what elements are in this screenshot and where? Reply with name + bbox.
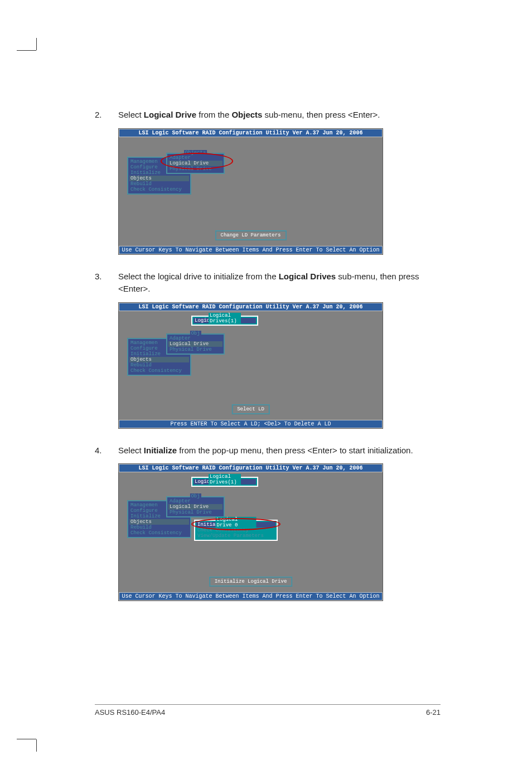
menu-item: Rebuild [129,525,189,530]
step-text: Select Initialize from the pop-up menu, … [118,444,441,457]
screenshot-2: LSI Logic Software RAID Configuration Ut… [118,302,383,429]
bios-body: Logical Drives(1) Logical Drive 0 Manage… [119,472,383,592]
menu-item-objects: Objects [129,176,189,181]
menu-item-logical-drive: Logical Drive [168,341,223,347]
menu-item: Check Consistency [129,368,189,374]
objects-menu: Obj Adapter Logical Drive Physical Drive [166,333,225,355]
menu-title: Logical Drives(1) [209,313,241,324]
bios-footer: Use Cursor Keys To Navigate Between Item… [119,246,383,254]
menu-title: Obj [190,493,201,499]
crop-mark [17,724,45,752]
logical-drives-menu: Logical Drives(1) Logical Drive 0 [191,477,258,487]
step-number: 2. [95,109,118,122]
step-2: 2. Select Logical Drive from the Objects… [95,109,441,122]
bios-body: Logical Drives(1) Logical Drive 0 Manage… [119,311,383,420]
footer-left: ASUS RS160-E4/PA4 [95,708,165,717]
ld0-popup-menu: Logical Drive 0 Initialize Check Consist… [194,520,278,541]
menu-item: Adapter [168,336,223,341]
menu-item: Check Consistency [129,187,189,192]
bios-footer: Use Cursor Keys To Navigate Between Item… [119,592,383,601]
menu-item: Adapter [168,498,223,504]
step-text: Select the logical drive to initialize f… [118,270,441,296]
step-number: 3. [95,270,118,296]
menu-item-logical-drive: Logical Drive [168,504,223,510]
menu-item-objects: Objects [129,357,189,362]
bios-footer: Press ENTER To Select A LD; <Del> To Del… [119,420,383,428]
menu-title: Objects [184,150,207,156]
crop-mark [17,38,45,66]
menu-item: Physical Drive [168,166,223,172]
menu-title: Logical Drive 0 [216,517,257,528]
menu-title: Obj [190,331,201,336]
objects-menu: Objects Adapter Logical Drive Physical D… [166,153,225,174]
bios-header: LSI Logic Software RAID Configuration Ut… [119,303,383,311]
step-text: Select Logical Drive from the Objects su… [118,109,441,122]
bios-body: Managemen Configure Initialize Objects R… [119,137,383,246]
step-4: 4. Select Initialize from the pop-up men… [95,444,441,457]
screenshot-3: LSI Logic Software RAID Configuration Ut… [118,463,383,601]
status-box: Change LD Parameters [215,230,286,240]
menu-item: Check Consistency [129,530,189,536]
page-footer: ASUS RS160-E4/PA4 6-21 [95,704,441,717]
objects-menu: Obj Adapter Logical Drive Physical Drive [166,496,225,517]
step-number: 4. [95,444,118,457]
footer-right: 6-21 [426,708,441,717]
bios-header: LSI Logic Software RAID Configuration Ut… [119,464,383,472]
menu-item: Check Consistency [196,527,275,533]
screenshot-1: LSI Logic Software RAID Configuration Ut… [118,128,383,255]
bios-header: LSI Logic Software RAID Configuration Ut… [119,129,383,137]
content-area: 2. Select Logical Drive from the Objects… [95,109,441,617]
menu-item-objects: Objects [129,519,189,525]
menu-item: Rebuild [129,181,189,187]
menu-item: Physical Drive [168,510,223,515]
step-3: 3. Select the logical drive to initializ… [95,270,441,296]
menu-title: Logical Drives(1) [209,474,241,485]
logical-drives-menu: Logical Drives(1) Logical Drive 0 [191,316,258,326]
menu-item: Adapter [168,155,223,161]
status-box: Initialize Logical Drive [209,577,293,587]
menu-item-logical-drive: Logical Drive [168,161,223,166]
status-box: Select LD [231,404,270,414]
menu-item: Rebuild [129,362,189,368]
menu-item: View/Update Parameters [196,533,275,539]
menu-item: Physical Drive [168,347,223,352]
